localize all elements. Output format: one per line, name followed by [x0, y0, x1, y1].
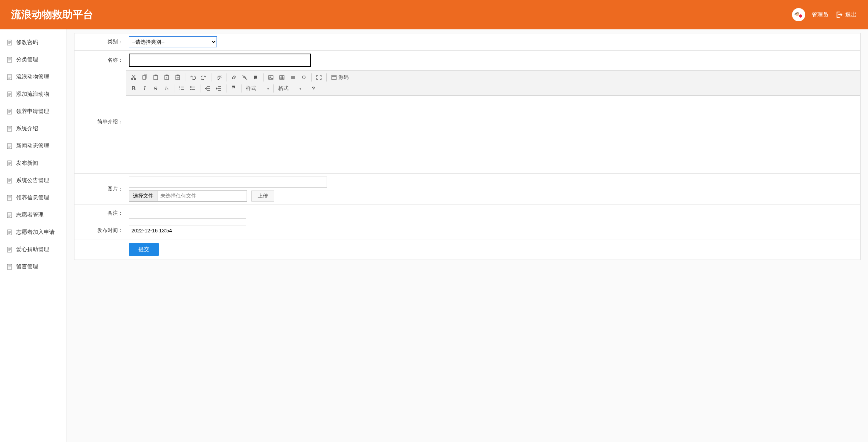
- remark-input[interactable]: [129, 208, 246, 219]
- sidebar-item-adopt-info[interactable]: 领养信息管理: [0, 189, 66, 206]
- logout-button[interactable]: 退出: [835, 11, 857, 19]
- file-chooser[interactable]: 选择文件 未选择任何文件: [129, 191, 247, 202]
- rte-toolbar: T W ABC: [126, 70, 860, 96]
- app-title: 流浪动物救助平台: [11, 8, 93, 22]
- sidebar-item-change-password[interactable]: 修改密码: [0, 34, 66, 51]
- outdent-icon[interactable]: [203, 84, 213, 93]
- sidebar-item-label: 领养信息管理: [16, 194, 49, 201]
- source-button[interactable]: 源码: [329, 73, 351, 82]
- link-icon[interactable]: [229, 73, 239, 82]
- style-label: 样式: [246, 85, 256, 92]
- italic-icon[interactable]: I: [139, 84, 150, 93]
- svg-point-2: [799, 14, 802, 18]
- sidebar-item-label: 领养申请管理: [16, 108, 49, 115]
- document-icon: [7, 74, 12, 80]
- separator-icon: [185, 73, 185, 81]
- avatar[interactable]: [792, 8, 805, 21]
- sidebar-item-news-mgmt[interactable]: 新闻动态管理: [0, 137, 66, 155]
- unlink-icon[interactable]: [240, 73, 250, 82]
- redo-icon[interactable]: [199, 73, 209, 82]
- special-char-icon[interactable]: Ω: [299, 73, 309, 82]
- document-icon: [7, 160, 12, 166]
- separator-icon: [226, 84, 226, 93]
- sidebar-item-volunteer[interactable]: 志愿者管理: [0, 206, 66, 224]
- numbered-list-icon[interactable]: 12: [177, 84, 187, 93]
- main-content: 类别： --请选择类别-- 名称： 简单介绍：: [67, 29, 868, 442]
- hr-icon[interactable]: [288, 73, 298, 82]
- svg-text:1: 1: [179, 86, 180, 88]
- spellcheck-icon[interactable]: ABC: [214, 73, 224, 82]
- row-submit: 提交: [75, 239, 860, 260]
- sidebar-item-add-stray[interactable]: 添加流浪动物: [0, 86, 66, 103]
- row-name: 名称：: [75, 51, 860, 70]
- blockquote-icon[interactable]: ❞: [229, 84, 239, 93]
- publish-time-label: 发布时间：: [75, 222, 126, 239]
- choose-file-button[interactable]: 选择文件: [129, 191, 157, 201]
- remove-format-icon[interactable]: Ix: [161, 84, 172, 93]
- svg-text:T: T: [166, 77, 167, 79]
- sidebar-item-donation[interactable]: 爱心捐助管理: [0, 241, 66, 258]
- cut-icon[interactable]: [128, 73, 139, 82]
- logout-icon: [835, 11, 843, 19]
- sidebar-item-volunteer-apply[interactable]: 志愿者加入申请: [0, 224, 66, 241]
- sidebar-item-publish-news[interactable]: 发布新闻: [0, 155, 66, 172]
- svg-rect-81: [332, 75, 336, 80]
- separator-icon: [306, 84, 306, 93]
- bold-icon[interactable]: B: [128, 84, 139, 93]
- strike-icon[interactable]: S: [150, 84, 161, 93]
- name-input[interactable]: [129, 54, 311, 67]
- sidebar-item-label: 留言管理: [16, 263, 38, 270]
- undo-icon[interactable]: [188, 73, 198, 82]
- separator-icon: [326, 73, 327, 81]
- anchor-icon[interactable]: [251, 73, 261, 82]
- document-icon: [7, 143, 12, 149]
- document-icon: [7, 195, 12, 201]
- copy-icon[interactable]: [139, 73, 150, 82]
- document-icon: [7, 109, 12, 115]
- document-icon: [7, 40, 12, 46]
- help-icon[interactable]: ?: [308, 84, 319, 93]
- indent-icon[interactable]: [214, 84, 224, 93]
- svg-rect-71: [269, 76, 273, 79]
- sidebar-item-system-intro[interactable]: 系统介绍: [0, 120, 66, 137]
- bulleted-list-icon[interactable]: [188, 84, 198, 93]
- sidebar-item-adopt-apply[interactable]: 领养申请管理: [0, 103, 66, 120]
- svg-point-59: [131, 78, 133, 80]
- source-label: 源码: [338, 74, 349, 81]
- header-right: 管理员 退出: [792, 8, 857, 21]
- sidebar-item-announcement[interactable]: 系统公告管理: [0, 172, 66, 189]
- name-label: 名称：: [75, 51, 126, 70]
- sidebar-item-label: 系统介绍: [16, 125, 38, 132]
- row-intro: 简单介绍： T W: [75, 70, 860, 174]
- upload-button[interactable]: 上传: [251, 191, 274, 202]
- sidebar-item-message[interactable]: 留言管理: [0, 258, 66, 275]
- maximize-icon[interactable]: [314, 73, 324, 82]
- category-label: 类别：: [75, 33, 126, 50]
- svg-rect-73: [280, 76, 284, 79]
- sidebar: 修改密码 分类管理 流浪动物管理 添加流浪动物 领养申请管理 系统介绍 新闻动态…: [0, 29, 67, 442]
- paste-icon[interactable]: [150, 73, 161, 82]
- sidebar-item-stray-mgmt[interactable]: 流浪动物管理: [0, 68, 66, 86]
- sidebar-item-label: 系统公告管理: [16, 177, 49, 184]
- user-name: 管理员: [812, 11, 828, 18]
- style-dropdown[interactable]: 样式 ▾: [244, 84, 271, 93]
- table-icon[interactable]: [277, 73, 287, 82]
- category-select[interactable]: --请选择类别--: [129, 36, 217, 47]
- sidebar-item-category[interactable]: 分类管理: [0, 51, 66, 68]
- intro-label: 简单介绍：: [75, 114, 126, 130]
- paste-text-icon[interactable]: T: [161, 73, 172, 82]
- sidebar-item-label: 志愿者管理: [16, 211, 44, 218]
- sidebar-item-label: 流浪动物管理: [16, 73, 49, 80]
- image-icon[interactable]: [266, 73, 276, 82]
- publish-time-input[interactable]: [129, 225, 246, 236]
- document-icon: [7, 212, 12, 218]
- rte-content-area[interactable]: [126, 96, 860, 173]
- separator-icon: [241, 84, 241, 93]
- image-path-input[interactable]: [129, 177, 327, 188]
- paste-word-icon[interactable]: W: [172, 73, 183, 82]
- separator-icon: [273, 84, 274, 93]
- svg-rect-61: [143, 76, 146, 79]
- submit-button[interactable]: 提交: [129, 243, 159, 256]
- format-dropdown[interactable]: 格式 ▾: [276, 84, 304, 93]
- svg-point-87: [190, 87, 191, 87]
